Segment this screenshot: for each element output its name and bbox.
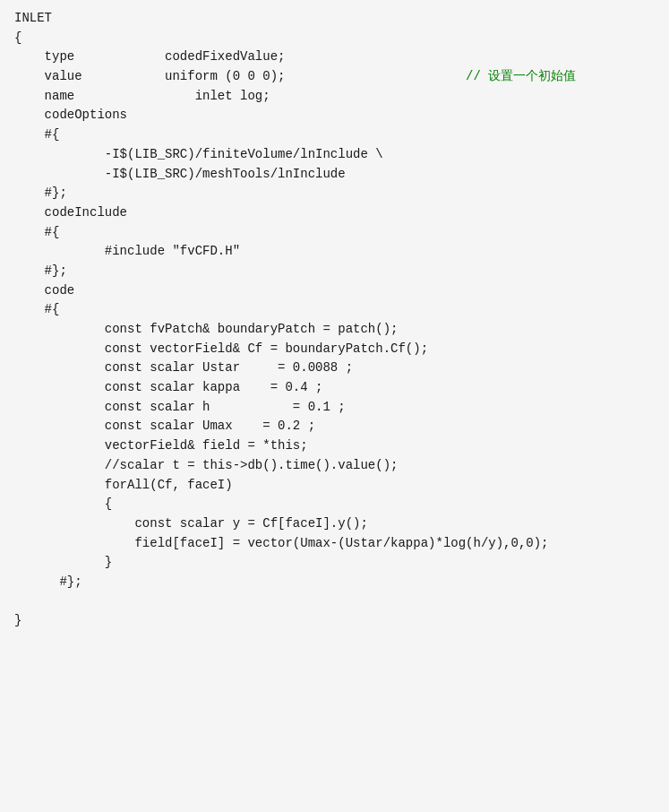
line-open-brace: {	[14, 29, 655, 48]
line-const-Umax: const scalar Umax = 0.2 ;	[14, 417, 655, 436]
line-code: code	[14, 281, 655, 301]
line-lib-src-2: -I$(LIB_SRC)/meshTools/lnInclude	[14, 165, 655, 185]
line-const-scalar-y: const scalar y = Cf[faceI].y();	[14, 514, 655, 534]
line-hash-close3: #};	[14, 573, 655, 592]
line-hash-open1: #{	[14, 125, 655, 145]
line-forAll-close: }	[14, 553, 655, 573]
line-hash-open2: #{	[14, 223, 655, 243]
line-lib-src-1: -I$(LIB_SRC)/finiteVolume/lnInclude \	[14, 145, 655, 165]
line-const-vectorField: const vectorField& Cf = boundaryPatch.Cf…	[14, 340, 655, 359]
line-value: value uniform (0 0 0); // 设置一个初始值	[14, 67, 655, 87]
line-name: name inlet log;	[14, 87, 655, 107]
line-comment-scalar-t: //scalar t = this->db().time().value();	[14, 456, 655, 476]
line-const-Ustar: const scalar Ustar = 0.0088 ;	[14, 358, 655, 378]
line-codeInclude: codeInclude	[14, 203, 655, 223]
line-forAll: forAll(Cf, faceI)	[14, 476, 655, 496]
line-hash-close2: #};	[14, 262, 655, 281]
line-codeOptions: codeOptions	[14, 106, 655, 125]
line-const-h: const scalar h = 0.1 ;	[14, 398, 655, 418]
line-include-fvCFD: #include "fvCFD.H"	[14, 242, 655, 262]
line-inlet: INLET	[14, 9, 655, 29]
line-close-brace: }	[14, 611, 655, 631]
line-hash-close1: #};	[14, 184, 655, 203]
line-const-fvPatch: const fvPatch& boundaryPatch = patch();	[14, 320, 655, 340]
comment-initial-value: // 设置一个初始值	[466, 69, 576, 83]
line-forAll-open: {	[14, 495, 655, 514]
line-field-faceI: field[faceI] = vector(Umax-(Ustar/kappa)…	[14, 534, 655, 554]
code-block: INLET { type codedFixedValue; value unif…	[0, 0, 669, 812]
line-hash-open3: #{	[14, 300, 655, 320]
line-const-kappa: const scalar kappa = 0.4 ;	[14, 378, 655, 398]
line-empty	[14, 592, 655, 612]
line-type: type codedFixedValue;	[14, 48, 655, 67]
line-vectorField-field: vectorField& field = *this;	[14, 436, 655, 456]
